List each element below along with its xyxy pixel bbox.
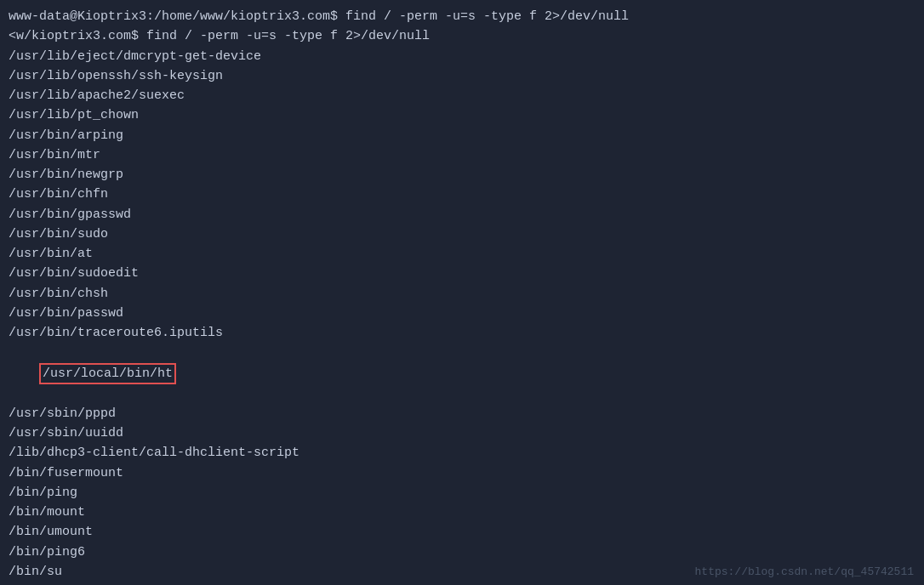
output-line-17: /usr/sbin/pppd [9,404,915,423]
output-line-12: /usr/bin/sudoedit [9,264,915,283]
output-line-6: /usr/bin/mtr [9,145,915,165]
output-line-23: /bin/umount [9,522,915,542]
output-line-21: /bin/ping [9,483,915,503]
output-line-2: /usr/lib/openssh/ssh-keysign [9,66,915,86]
output-line-8: /usr/bin/chfn [9,185,915,204]
output-line-9: /usr/bin/gpasswd [9,205,915,224]
output-line-7: /usr/bin/newgrp [9,165,915,185]
command-line-2: <w/kioptrix3.com$ find / -perm -u=s -typ… [9,26,915,46]
highlighted-line-wrapper: /usr/local/bin/ht [9,343,915,404]
output-line-4: /usr/lib/pt_chown [9,105,915,125]
command-line-1: www-data@Kioptrix3:/home/www/kioptrix3.c… [9,7,915,26]
output-line-19: /lib/dhcp3-client/call-dhclient-script [9,443,915,463]
output-line-15: /usr/bin/traceroute6.iputils [9,323,915,343]
output-line-13: /usr/bin/chsh [9,284,915,304]
output-line-1: /usr/lib/eject/dmcrypt-get-device [9,47,915,66]
output-line-20: /bin/fusermount [9,463,915,483]
output-line-11: /usr/bin/at [9,244,915,264]
output-line-18: /usr/sbin/uuidd [9,423,915,443]
output-line-5: /usr/bin/arping [9,126,915,145]
output-line-14: /usr/bin/passwd [9,304,915,323]
last-prompt-line: www-data@Kioptrix3:/home/www/kioptrix3.c… [9,582,915,585]
terminal-window: www-data@Kioptrix3:/home/www/kioptrix3.c… [0,0,924,585]
output-line-10: /usr/bin/sudo [9,224,915,244]
output-line-22: /bin/mount [9,503,915,522]
output-line-3: /usr/lib/apache2/suexec [9,86,915,105]
highlighted-path: /usr/local/bin/ht [39,363,176,384]
watermark-text: https://blog.csdn.net/qq_45742511 [695,565,914,578]
output-line-24: /bin/ping6 [9,542,915,562]
